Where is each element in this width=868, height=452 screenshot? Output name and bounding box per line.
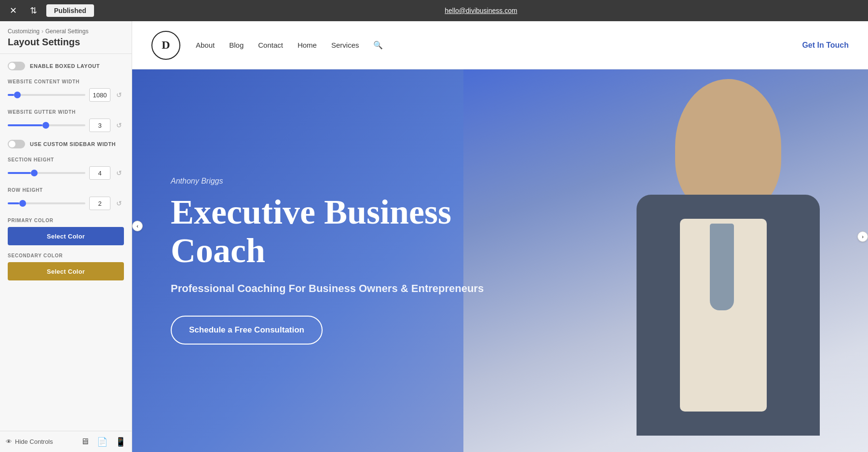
hero-cta-button[interactable]: Schedule a Free Consultation <box>171 316 323 345</box>
section-height-section: SECTION HEIGHT 4 ↺ <box>8 157 124 180</box>
section-height-row: 4 ↺ <box>8 166 124 180</box>
sidebar-title: Layout Settings <box>8 37 124 48</box>
hero-section: Anthony Briggs Executive Business Coach … <box>132 69 868 452</box>
row-height-reset[interactable]: ↺ <box>114 199 124 208</box>
top-bar: ✕ ⇅ Published hello@divibusiness.com <box>0 0 868 21</box>
hero-subtitle: Professional Coaching For Business Owner… <box>171 281 484 296</box>
desktop-icon[interactable]: 🖥 <box>81 437 89 447</box>
email-header: hello@divibusiness.com <box>100 7 862 14</box>
content-width-value[interactable]: 1080 <box>89 88 110 102</box>
row-height-label: ROW HEIGHT <box>8 187 124 193</box>
content-width-section: WEBSITE CONTENT WIDTH 1080 ↺ <box>8 79 124 102</box>
primary-color-section: PRIMARY COLOR Select Color <box>8 218 124 245</box>
sidebar: Customizing › General Settings Layout Se… <box>0 21 132 452</box>
search-icon[interactable]: 🔍 <box>373 40 383 50</box>
custom-sidebar-row: USE CUSTOM SIDEBAR WIDTH <box>8 140 124 148</box>
custom-sidebar-toggle[interactable] <box>8 140 25 148</box>
gutter-width-section: WEBSITE GUTTER WIDTH 3 ↺ <box>8 109 124 132</box>
breadcrumb-child: General Settings <box>45 28 88 35</box>
row-height-thumb[interactable] <box>19 200 26 207</box>
custom-sidebar-label: USE CUSTOM SIDEBAR WIDTH <box>30 141 116 147</box>
sidebar-collapse-arrow[interactable]: ‹ <box>132 221 143 231</box>
sidebar-header: Customizing › General Settings Layout Se… <box>0 21 132 54</box>
bottom-bar: 👁 Hide Controls 🖥 📄 📱 <box>0 431 132 452</box>
row-height-fill <box>8 202 19 204</box>
gutter-width-label: WEBSITE GUTTER WIDTH <box>8 109 124 115</box>
hide-controls-btn[interactable]: 👁 Hide Controls <box>6 438 53 445</box>
get-in-touch-link[interactable]: Get In Touch <box>802 41 849 50</box>
nav-blog[interactable]: Blog <box>229 41 244 49</box>
content-width-row: 1080 ↺ <box>8 88 124 102</box>
primary-color-button[interactable]: Select Color <box>8 227 124 245</box>
person-tie <box>710 224 734 310</box>
content-width-fill <box>8 94 14 96</box>
top-bar-left: ✕ ⇅ Published <box>6 3 94 18</box>
hero-image-area <box>463 69 868 452</box>
primary-color-label: PRIMARY COLOR <box>8 218 124 223</box>
secondary-color-button[interactable]: Select Color <box>8 262 124 280</box>
row-height-track[interactable] <box>8 202 85 204</box>
device-icons: 🖥 📄 📱 <box>81 437 126 447</box>
breadcrumb-parent: Customizing <box>8 28 40 35</box>
preview-collapse-arrow[interactable]: › <box>857 231 868 242</box>
close-button[interactable]: ✕ <box>6 3 20 18</box>
site-header: D About Blog Contact Home Services 🔍 Get… <box>132 21 868 69</box>
content-width-label: WEBSITE CONTENT WIDTH <box>8 79 124 84</box>
hero-author: Anthony Briggs <box>171 177 484 186</box>
row-height-row: 2 ↺ <box>8 197 124 210</box>
gutter-width-value[interactable]: 3 <box>89 119 110 132</box>
tablet-icon[interactable]: 📄 <box>97 437 108 447</box>
enable-boxed-label: ENABLE BOXED LAYOUT <box>30 63 100 69</box>
content-width-reset[interactable]: ↺ <box>114 90 124 100</box>
content-width-track[interactable] <box>8 94 85 96</box>
section-height-thumb[interactable] <box>31 170 38 176</box>
content-width-thumb[interactable] <box>14 92 21 98</box>
section-height-reset[interactable]: ↺ <box>114 168 124 178</box>
section-height-fill <box>8 172 31 174</box>
breadcrumb-separator: › <box>41 28 43 35</box>
hero-title-line1: Executive Business <box>171 193 451 231</box>
breadcrumb: Customizing › General Settings <box>8 28 124 35</box>
section-height-track[interactable] <box>8 172 85 174</box>
row-height-value[interactable]: 2 <box>89 197 110 210</box>
published-button[interactable]: Published <box>46 4 94 17</box>
enable-boxed-row: ENABLE BOXED LAYOUT <box>8 62 124 70</box>
main-layout: Customizing › General Settings Layout Se… <box>0 21 868 452</box>
hide-controls-label: Hide Controls <box>15 438 53 445</box>
person-head <box>675 79 781 214</box>
nav-about[interactable]: About <box>196 41 215 49</box>
hero-content: Anthony Briggs Executive Business Coach … <box>171 177 484 344</box>
hero-title-line2: Coach <box>171 231 265 270</box>
nav-home[interactable]: Home <box>298 41 317 49</box>
hero-title: Executive Business Coach <box>171 193 484 269</box>
sidebar-content: ENABLE BOXED LAYOUT WEBSITE CONTENT WIDT… <box>0 54 132 431</box>
enable-boxed-toggle[interactable] <box>8 62 25 70</box>
nav-contact[interactable]: Contact <box>258 41 283 49</box>
gutter-width-fill <box>8 124 42 126</box>
nav-services[interactable]: Services <box>331 41 359 49</box>
gutter-width-reset[interactable]: ↺ <box>114 120 124 130</box>
secondary-color-label: SECONDARY COLOR <box>8 253 124 258</box>
gutter-width-track[interactable] <box>8 124 85 126</box>
site-logo: D <box>151 31 180 60</box>
section-height-label: SECTION HEIGHT <box>8 157 124 162</box>
preview-area: D About Blog Contact Home Services 🔍 Get… <box>132 21 868 452</box>
section-height-value[interactable]: 4 <box>89 166 110 180</box>
site-nav: About Blog Contact Home Services 🔍 <box>196 40 802 50</box>
sort-button[interactable]: ⇅ <box>26 3 41 18</box>
gutter-width-thumb[interactable] <box>42 122 49 129</box>
gutter-width-row: 3 ↺ <box>8 119 124 132</box>
row-height-section: ROW HEIGHT 2 ↺ <box>8 187 124 210</box>
secondary-color-section: SECONDARY COLOR Select Color <box>8 253 124 280</box>
mobile-icon[interactable]: 📱 <box>115 437 126 447</box>
eye-icon: 👁 <box>6 438 12 445</box>
